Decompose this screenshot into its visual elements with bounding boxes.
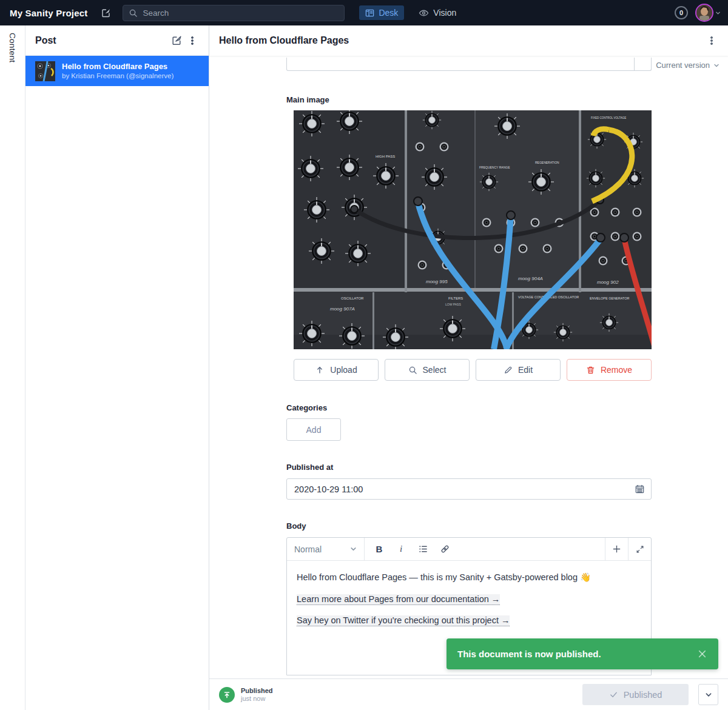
document-header: Hello from Cloudflare Pages: [209, 25, 728, 56]
list-item-title: Hello from Cloudflare Pages: [62, 61, 174, 72]
list-item[interactable]: Hello from Cloudflare Pages by Kristian …: [25, 56, 209, 86]
select-button[interactable]: Select: [385, 359, 470, 381]
published-at-input[interactable]: 2020-10-29 11:00: [286, 478, 652, 500]
upload-icon: [315, 365, 325, 375]
select-label: Select: [423, 365, 447, 375]
kebab-icon: [707, 36, 716, 45]
topbar-right: 0: [675, 4, 721, 22]
list-pane-title: Post: [35, 35, 169, 46]
link-icon: [440, 544, 450, 554]
published-at-value: 2020-10-29 11:00: [294, 484, 363, 494]
desk-icon: [365, 8, 374, 18]
search-icon: [129, 8, 138, 18]
list-menu-button[interactable]: [184, 33, 200, 49]
sanity-studio: My Sanity Project Search Desk Vision 0: [0, 0, 728, 710]
svg-text:moog 907A: moog 907A: [330, 306, 355, 312]
publish-button-label: Published: [624, 690, 662, 700]
upload-button[interactable]: Upload: [294, 359, 379, 381]
tool-tabs: Desk Vision: [359, 5, 462, 21]
body-label: Body: [286, 521, 652, 531]
chevron-down-icon: [705, 691, 712, 698]
list-pane-header: Post: [25, 25, 209, 56]
svg-text:FREQUENCY RANGE: FREQUENCY RANGE: [479, 166, 510, 169]
text-style-select[interactable]: Normal: [287, 538, 365, 560]
notifications-count: 0: [679, 9, 683, 16]
svg-text:REGENERATION: REGENERATION: [535, 161, 559, 164]
post-list-pane: Post: [25, 25, 209, 710]
svg-text:ENVELOPE GENERATOR: ENVELOPE GENERATOR: [590, 296, 630, 300]
bullet-list-button[interactable]: [413, 540, 433, 558]
tab-desk[interactable]: Desk: [359, 5, 404, 20]
body-link[interactable]: Learn more about Pages from our document…: [297, 594, 500, 605]
compose-icon: [171, 35, 183, 46]
main-image-preview[interactable]: HIGH PASS moog 907A moog 995: [294, 110, 652, 349]
remove-button[interactable]: Remove: [567, 359, 652, 381]
avatar: [695, 4, 713, 22]
pencil-icon: [504, 366, 513, 375]
main-image-label: Main image: [286, 95, 652, 104]
rail-tab-content[interactable]: Content: [8, 33, 17, 710]
link-button[interactable]: [435, 540, 454, 558]
calendar-icon: [635, 484, 645, 494]
fullscreen-button[interactable]: [628, 538, 651, 560]
chevron-down-icon: [713, 62, 720, 69]
document-menu-button[interactable]: [704, 33, 720, 49]
remove-label: Remove: [601, 365, 632, 375]
document-pane: Hello from Cloudflare Pages Current vers…: [209, 25, 728, 710]
publish-button[interactable]: Published: [582, 684, 689, 705]
avatar-image: [696, 5, 712, 21]
tab-vision[interactable]: Vision: [413, 5, 462, 21]
tab-desk-label: Desk: [379, 8, 398, 18]
compose-button[interactable]: [98, 5, 114, 21]
document-footer: Published just now Published: [209, 678, 728, 710]
version-selector[interactable]: Current version: [656, 61, 720, 70]
list-item-thumbnail: [35, 61, 55, 81]
svg-text:FIXED CONTROL VOLTAGE: FIXED CONTROL VOLTAGE: [591, 116, 626, 119]
document-body: Current version Main image: [209, 56, 728, 678]
body-link[interactable]: Say hey on Twitter if you're checking ou…: [297, 615, 510, 626]
svg-text:moog 904A: moog 904A: [518, 276, 543, 281]
format-buttons: B i: [365, 538, 605, 560]
image-actions: Upload Select Edit: [294, 359, 652, 381]
categories-label: Categories: [286, 403, 652, 412]
bold-button[interactable]: B: [369, 540, 389, 558]
publish-icon: [223, 691, 231, 699]
calendar-button[interactable]: [635, 484, 645, 497]
new-document-button[interactable]: [169, 33, 184, 49]
svg-text:FILTERS: FILTERS: [448, 296, 463, 300]
chevron-down-icon: [715, 10, 721, 16]
add-category-button[interactable]: Add: [286, 418, 341, 441]
bullet-list-icon: [418, 544, 428, 554]
edit-button[interactable]: Edit: [476, 359, 561, 381]
close-icon[interactable]: [697, 649, 707, 659]
editor-toolbar: Normal B i: [287, 538, 651, 561]
text-style-value: Normal: [294, 544, 322, 554]
edit-label: Edit: [518, 365, 533, 375]
editor-content[interactable]: Hello from Cloudflare Pages — this is my…: [287, 561, 651, 636]
search-input[interactable]: Search: [123, 5, 345, 21]
published-at-label: Published at: [286, 463, 652, 472]
tab-vision-label: Vision: [433, 8, 456, 18]
chevron-down-icon: [350, 546, 357, 552]
search-placeholder: Search: [143, 8, 169, 18]
publish-time: just now: [241, 695, 273, 702]
user-menu[interactable]: [695, 4, 721, 22]
insert-block-button[interactable]: [605, 538, 628, 560]
slug-field-partial[interactable]: [286, 58, 652, 71]
toast-notification: This document is now published.: [447, 638, 718, 669]
publish-status: Published: [241, 687, 273, 694]
kebab-icon: [187, 36, 197, 45]
italic-button[interactable]: i: [391, 540, 411, 558]
eye-icon: [419, 8, 429, 18]
notifications-badge[interactable]: 0: [675, 6, 688, 19]
footer-actions: Published: [582, 684, 718, 705]
body-paragraph: Hello from Cloudflare Pages — this is my…: [297, 571, 641, 583]
document-title: Hello from Cloudflare Pages: [219, 35, 704, 46]
project-title: My Sanity Project: [10, 8, 87, 18]
svg-text:moog 995: moog 995: [426, 279, 448, 284]
publish-menu-button[interactable]: [698, 684, 718, 705]
svg-text:OSCILLATOR: OSCILLATOR: [341, 296, 364, 300]
document-form: Main image: [286, 56, 652, 675]
upload-label: Upload: [330, 365, 357, 375]
check-icon: [609, 690, 618, 699]
